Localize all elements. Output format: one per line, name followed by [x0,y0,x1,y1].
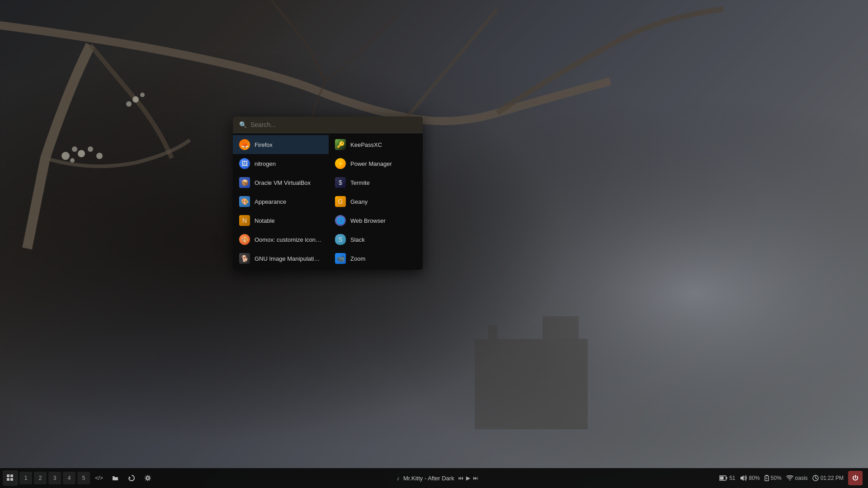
svg-point-4 [88,146,93,152]
svg-rect-14 [542,316,579,339]
app-item-power-manager[interactable]: ⚡Power Manager [329,154,423,173]
svg-point-8 [72,146,77,152]
wifi-icon [786,475,793,481]
code-button[interactable]: </> [91,470,107,486]
taskbar-left: 1 2 3 4 5 </> [3,470,156,486]
svg-point-10 [140,93,145,97]
svg-point-9 [132,96,139,103]
charging-icon [764,475,769,481]
power-button[interactable] [848,471,863,485]
media-controls: ⏮ ▶ ⏭ [458,475,478,481]
app-item-nitrogen[interactable]: 🖼nitrogen [233,154,329,173]
virtualbox-icon: 📦 [239,177,250,188]
app-item-notable[interactable]: NNotable [233,211,329,230]
desktop-background [0,0,868,488]
slack-icon: S [335,234,346,245]
app-item-slack[interactable]: SSlack [329,230,423,249]
svg-point-5 [96,153,103,159]
power-icon [852,474,859,482]
app-item-geany[interactable]: GGeany [329,192,423,211]
search-input[interactable] [250,121,416,128]
power-manager-name: Power Manager [350,160,392,167]
workspace-2[interactable]: 2 [34,472,47,484]
power-manager-icon: ⚡ [335,158,346,169]
oomox-icon: 🎨 [239,234,250,245]
battery-pct-text: 51 [729,475,735,481]
music-note-icon: ♪ [397,475,400,482]
svg-point-20 [146,477,149,479]
settings-button[interactable] [140,470,156,486]
gimp-name: GNU Image Manipulation Progr… [255,255,322,262]
svg-point-7 [61,152,70,160]
app-item-appearance[interactable]: 🎨Appearance [233,192,329,211]
volume-indicator[interactable]: 80% [740,475,760,481]
svg-rect-17 [7,478,9,481]
svg-point-3 [78,150,85,157]
app-item-firefox[interactable]: 🦊Firefox [233,135,329,154]
firefox-icon: 🦊 [239,139,250,150]
svg-rect-1 [0,0,868,488]
svg-rect-26 [766,475,768,476]
geany-name: Geany [350,198,368,205]
workspace-3[interactable]: 3 [48,472,61,484]
taskbar: 1 2 3 4 5 </> ♪ Mr.Kitty - After Dark [0,468,868,488]
web-browser-icon: 🌐 [335,215,346,226]
search-icon: 🔍 [239,121,247,128]
svg-rect-16 [10,474,13,477]
oomox-name: Oomox: customize icons and G… [255,236,322,243]
wifi-indicator[interactable]: oasis [786,475,808,481]
app-item-oomox[interactable]: 🎨Oomox: customize icons and G… [233,230,329,249]
firefox-name: Firefox [255,141,273,148]
termite-icon: $ [335,177,346,188]
appearance-name: Appearance [255,198,286,205]
volume-pct-text: 80% [749,475,760,481]
app-item-web-browser[interactable]: 🌐Web Browser [329,211,423,230]
launcher-search-bar: 🔍 [233,117,423,133]
app-item-zoom[interactable]: 📹Zoom [329,249,423,268]
play-button[interactable]: ▶ [466,475,470,481]
web-browser-name: Web Browser [350,217,386,224]
clock[interactable]: 01:22 PM [812,475,844,481]
battery2-indicator[interactable]: 50% [764,475,782,481]
workspace-1[interactable]: 1 [19,472,32,484]
workspace-4[interactable]: 4 [63,472,75,484]
svg-marker-19 [129,476,131,479]
refresh-button[interactable] [124,470,139,486]
zoom-name: Zoom [350,255,365,262]
svg-rect-23 [720,477,724,480]
prev-button[interactable]: ⏮ [458,475,463,481]
app-grid: 🦊Firefox🔑KeePassXC🖼nitrogen⚡Power Manage… [233,133,423,270]
notable-name: Notable [255,217,275,224]
next-button[interactable]: ⏭ [473,475,478,481]
clock-icon [812,475,819,481]
app-item-gimp[interactable]: 🐕GNU Image Manipulation Progr… [233,249,329,268]
volume-icon [740,475,747,481]
svg-rect-12 [475,339,588,429]
virtualbox-name: Oracle VM VirtualBox [255,179,311,186]
svg-marker-24 [741,475,744,481]
nitrogen-icon: 🖼 [239,158,250,169]
notable-icon: N [239,215,250,226]
svg-rect-2 [0,0,868,488]
slack-name: Slack [350,236,365,243]
svg-rect-0 [0,0,868,488]
keepassxc-icon: 🔑 [335,139,346,150]
battery-indicator[interactable]: 51 [719,475,735,481]
time-text: 01:22 PM [821,475,844,481]
svg-rect-18 [10,478,13,481]
app-item-virtualbox[interactable]: 📦Oracle VM VirtualBox [233,173,329,192]
workspace-5[interactable]: 5 [77,472,90,484]
files-button[interactable] [108,470,123,486]
app-item-termite[interactable]: $Termite [329,173,423,192]
apps-menu-button[interactable] [3,470,18,486]
appearance-icon: 🎨 [239,196,250,207]
nitrogen-name: nitrogen [255,160,276,167]
app-item-keepassxc[interactable]: 🔑KeePassXC [329,135,423,154]
branches-decoration [0,0,868,488]
gimp-icon: 🐕 [239,253,250,264]
svg-point-11 [126,101,132,107]
svg-rect-15 [7,474,9,477]
now-playing-text: Mr.Kitty - After Dark [403,475,454,482]
svg-rect-13 [488,325,497,339]
svg-point-6 [70,158,75,163]
